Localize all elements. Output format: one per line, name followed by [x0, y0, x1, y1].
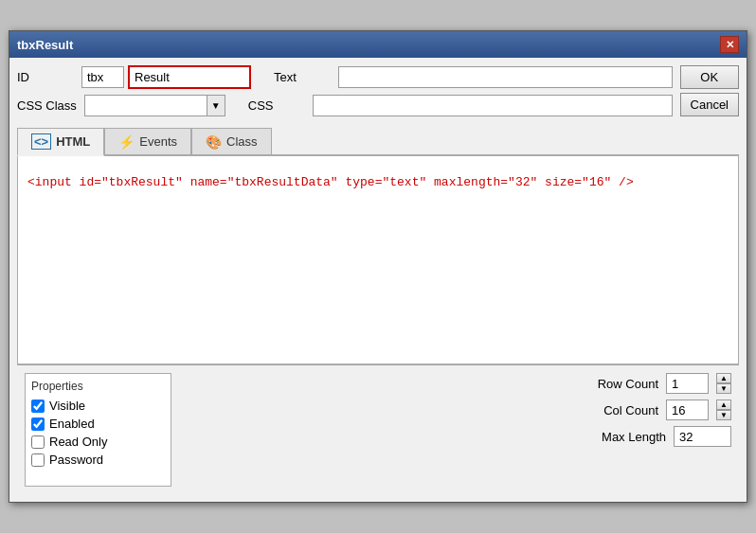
css-class-dropdown[interactable]: ▼	[207, 95, 225, 116]
css-class-group: ▼	[84, 95, 225, 116]
html-tab-icon: <>	[31, 133, 51, 150]
row-count-down[interactable]: ▼	[716, 383, 731, 394]
row-count-input[interactable]	[666, 373, 709, 394]
bottom-section: Properties Visible Enabled Read Only Pas…	[17, 365, 739, 494]
visible-checkbox[interactable]	[31, 400, 45, 413]
col-count-up[interactable]: ▲	[716, 400, 731, 410]
row-count-row: Row Count ▲ ▼	[587, 373, 731, 394]
class-tab-icon: 🎨	[206, 134, 222, 150]
row-count-label: Row Count	[587, 377, 658, 391]
css-class-input[interactable]	[84, 95, 207, 116]
main-window: tbxResult ✕ ID Text CSS Class	[9, 30, 747, 503]
readonly-checkbox[interactable]	[31, 435, 45, 449]
properties-box: Properties Visible Enabled Read Only Pas…	[25, 373, 171, 487]
css-class-row: CSS Class ▼ CSS	[17, 95, 673, 116]
password-label: Password	[49, 453, 103, 467]
id-name-input[interactable]	[128, 65, 251, 89]
col-count-label: Col Count	[587, 403, 658, 418]
css-label: CSS	[248, 98, 305, 113]
css-input[interactable]	[313, 95, 673, 116]
enabled-label: Enabled	[49, 417, 95, 431]
col-count-input[interactable]	[666, 400, 709, 420]
id-group	[81, 65, 251, 89]
visible-label: Visible	[49, 399, 85, 413]
top-form: ID Text CSS Class ▼ CSS	[17, 65, 739, 122]
main-content: ID Text CSS Class ▼ CSS	[9, 58, 747, 502]
row-count-up[interactable]: ▲	[716, 373, 731, 383]
max-length-label: Max Length	[595, 430, 666, 444]
action-buttons: OK Cancel	[680, 65, 739, 116]
window-title: tbxResult	[17, 38, 73, 52]
readonly-item: Read Only	[31, 435, 165, 449]
max-length-input[interactable]	[674, 426, 731, 447]
titlebar: tbxResult ✕	[9, 31, 747, 58]
tab-events-label: Events	[139, 134, 177, 149]
password-item: Password	[31, 453, 165, 467]
tab-html-label: HTML	[56, 134, 90, 149]
close-button[interactable]: ✕	[720, 36, 739, 53]
col-count-row: Col Count ▲ ▼	[587, 400, 731, 420]
col-count-input-group	[666, 400, 709, 420]
col-count-spinner: ▲ ▼	[716, 400, 731, 420]
id-label: ID	[17, 70, 74, 84]
form-left: ID Text CSS Class ▼ CSS	[17, 65, 673, 122]
visible-item: Visible	[31, 399, 165, 413]
tabs-bar: <> HTML ⚡ Events 🎨 Class	[17, 128, 739, 156]
max-length-input-group	[674, 426, 731, 447]
html-area: <input id="tbxResult" name="tbxResultDat…	[17, 156, 739, 364]
events-tab-icon: ⚡	[118, 134, 135, 150]
id-row: ID Text	[17, 65, 673, 89]
row-count-input-group	[666, 373, 709, 394]
ok-button[interactable]: OK	[680, 65, 739, 89]
enabled-item: Enabled	[31, 417, 165, 431]
text-input[interactable]	[338, 66, 673, 88]
max-length-row: Max Length	[595, 426, 731, 447]
id-prefix-input[interactable]	[81, 66, 124, 88]
right-props: Row Count ▲ ▼ Col Count ▲	[179, 373, 731, 447]
css-class-label: CSS Class	[17, 98, 77, 113]
tab-events[interactable]: ⚡ Events	[104, 128, 191, 154]
col-count-down[interactable]: ▼	[716, 410, 731, 420]
properties-title: Properties	[31, 380, 165, 393]
password-checkbox[interactable]	[31, 453, 45, 467]
readonly-label: Read Only	[49, 435, 107, 449]
tab-class-label: Class	[226, 134, 258, 149]
enabled-checkbox[interactable]	[31, 418, 45, 431]
tab-html[interactable]: <> HTML	[17, 128, 104, 156]
html-content: <input id="tbxResult" name="tbxResultDat…	[27, 175, 729, 189]
tab-class[interactable]: 🎨 Class	[191, 128, 272, 154]
cancel-button[interactable]: Cancel	[680, 93, 739, 116]
row-count-spinner: ▲ ▼	[716, 373, 731, 394]
text-label: Text	[274, 70, 331, 84]
